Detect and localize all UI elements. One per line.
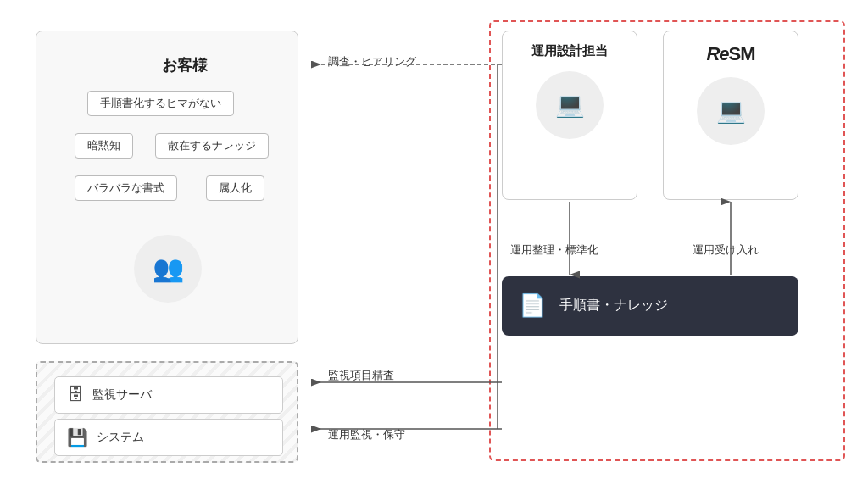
people-icon-circle: 👥 <box>134 235 202 303</box>
infra-label-server: 監視サーバ <box>92 387 152 403</box>
customer-tag-tag2: 暗黙知 <box>75 133 133 159</box>
people-icon: 👥 <box>153 253 184 283</box>
manual-label: 手順書・ナレッジ <box>559 297 668 314</box>
accept-label: 運用受け入れ <box>693 242 759 258</box>
resm-box: ReSM 💻 <box>663 31 798 200</box>
ops-design-person-icon: 💻 <box>555 91 585 119</box>
ops-design-person-circle: 💻 <box>536 71 604 139</box>
monitoring-label: 監視項目精査 <box>328 368 394 383</box>
customer-tag-tag3: 散在するナレッジ <box>155 133 269 159</box>
infra-row-system: 💾システム <box>54 419 283 456</box>
resm-title: ReSM <box>706 43 754 65</box>
customer-box: お客様 手順書化するヒマがない暗黙知散在するナレッジバラバラな書式属人化 👥 <box>36 31 298 344</box>
ops-design-box: 運用設計担当 💻 <box>502 31 637 200</box>
infra-label-system: システム <box>97 430 144 445</box>
infra-row-server: 🗄監視サーバ <box>54 376 283 414</box>
survey-label: 調査・ヒアリング <box>328 54 416 70</box>
customer-tag-tag1: 手順書化するヒマがない <box>87 91 234 116</box>
ops-design-title: 運用設計担当 <box>531 43 608 59</box>
customer-tag-tag5: 属人化 <box>206 175 264 201</box>
resm-person-circle: 💻 <box>697 77 765 145</box>
infra-icon-system: 💾 <box>67 427 88 448</box>
standardize-label: 運用整理・標準化 <box>510 242 598 258</box>
infra-box: 🗄監視サーバ💾システム <box>36 361 298 463</box>
manual-icon: 📄 <box>519 292 546 319</box>
customer-tag-tag4: バラバラな書式 <box>75 175 177 201</box>
manual-box: 📄 手順書・ナレッジ <box>502 276 798 336</box>
infra-icon-server: 🗄 <box>67 385 84 404</box>
resm-person-icon: 💻 <box>716 97 746 125</box>
ops-label: 運用監視・保守 <box>328 427 405 442</box>
customer-title: お客様 <box>53 55 316 75</box>
